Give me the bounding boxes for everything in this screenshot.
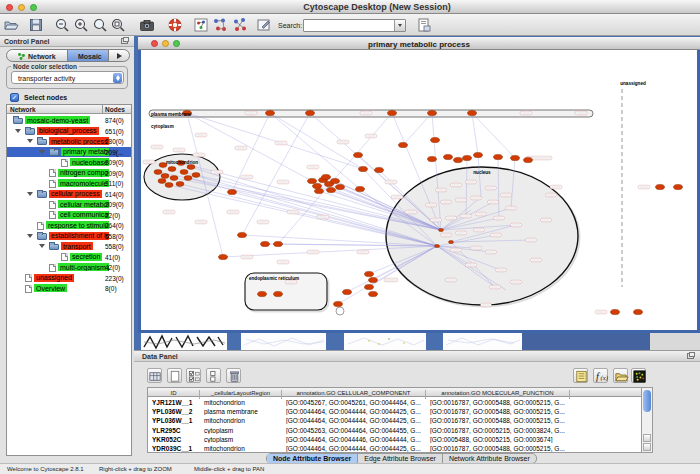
node[interactable] [306, 110, 315, 115]
table-row[interactable]: YDR039C__1mitochondrion[GO:0044464, GO:0… [148, 444, 642, 453]
node[interactable] [274, 241, 283, 246]
expand-arrow-icon[interactable] [15, 129, 21, 133]
node[interactable] [454, 157, 463, 162]
search-dropdown-icon[interactable] [394, 20, 405, 31]
snapshot-icon[interactable] [139, 17, 155, 33]
node[interactable] [327, 187, 336, 192]
save-icon[interactable] [28, 17, 44, 33]
tree-item-metabolic-process[interactable]: metabolic process280(0) [7, 136, 131, 147]
expand-arrow-icon[interactable] [27, 139, 33, 143]
node[interactable] [258, 291, 267, 296]
table-row[interactable]: YKR052Ccytoplasm[GO:0044464, GO:0044446,… [148, 435, 642, 444]
table-row[interactable]: YJR121W__1mitochondrion[GO:0045267, GO:0… [148, 398, 642, 407]
node[interactable] [161, 174, 169, 179]
node[interactable] [494, 154, 503, 159]
node[interactable] [334, 301, 343, 306]
float-panel-icon[interactable] [687, 353, 694, 359]
node[interactable] [165, 183, 173, 188]
select-attributes-icon[interactable] [186, 368, 201, 383]
table-row[interactable]: YPL036W__1mitochondrion[GO:0044464, GO:0… [148, 416, 642, 425]
node[interactable] [180, 170, 188, 175]
scroll-up-icon[interactable] [643, 434, 651, 442]
help-icon[interactable] [167, 17, 183, 33]
node[interactable] [154, 170, 162, 175]
expand-arrow-icon[interactable] [27, 192, 33, 196]
node[interactable] [634, 309, 643, 314]
node[interactable] [322, 174, 331, 179]
tree-item-cell-communicat[interactable]: cell communicat22(0) [7, 210, 131, 221]
table-scrollbar[interactable] [641, 388, 652, 452]
node[interactable] [428, 110, 437, 115]
select-nodes-checkbox[interactable]: ✓ [10, 93, 19, 102]
tree-item-secretion[interactable]: secretion41(0) [7, 252, 131, 263]
tree-item-nucleobase-[interactable]: nucleobase-209(0) [7, 157, 131, 168]
node[interactable] [331, 178, 340, 183]
node[interactable] [261, 241, 270, 246]
tree-item-transport[interactable]: transport558(0) [7, 241, 131, 252]
tree-item-overview[interactable]: Overview8(0) [7, 283, 131, 294]
layout-two-icon[interactable] [232, 17, 248, 33]
save-search-icon[interactable] [416, 17, 432, 33]
node[interactable] [656, 184, 665, 189]
tree-item-cellular-metabol[interactable]: cellular metabol209(0) [7, 199, 131, 210]
tab-mosaic[interactable]: Mosaic [67, 50, 109, 61]
tree-item-primary-metabol[interactable]: primary metabol209(... [7, 147, 131, 158]
node[interactable] [524, 157, 533, 162]
float-panel-icon[interactable] [121, 38, 128, 44]
tab-network[interactable]: Network [28, 53, 56, 60]
node[interactable] [266, 110, 275, 115]
tab-node-attribute-browser[interactable]: Node Attribute Browser [267, 454, 358, 463]
tree-item-multi-organism-pro[interactable]: multi-organism pro42(0) [7, 262, 131, 273]
node[interactable] [611, 309, 620, 314]
layout-one-icon[interactable] [212, 17, 228, 33]
tree-item-establishment-of-lo[interactable]: establishment of lo558(0) [7, 231, 131, 242]
scroll-down-icon[interactable] [643, 443, 651, 451]
node[interactable] [274, 291, 283, 296]
node[interactable] [444, 154, 453, 159]
expand-arrow-icon[interactable] [39, 244, 45, 248]
node[interactable] [468, 110, 477, 115]
maximize-button[interactable] [30, 4, 37, 11]
node[interactable] [356, 186, 365, 191]
node[interactable] [375, 167, 384, 172]
node[interactable] [158, 179, 166, 184]
node[interactable] [228, 189, 237, 194]
tab-network-attribute-browser[interactable]: Network Attribute Browser [443, 454, 536, 463]
node[interactable] [365, 284, 374, 289]
annotation-icon[interactable] [256, 17, 272, 33]
node[interactable] [369, 291, 378, 296]
open-file-icon[interactable] [3, 17, 19, 33]
node[interactable] [449, 240, 454, 243]
node-color-dropdown[interactable]: transporter activity [11, 71, 124, 84]
node[interactable] [176, 182, 184, 187]
open-attributes-icon[interactable] [613, 368, 628, 383]
tree-item-biological-process[interactable]: biological_process651(0) [7, 126, 131, 137]
node[interactable] [511, 155, 520, 160]
network-canvas[interactable]: plasma membranecytoplasmmitochondrionnuc… [141, 50, 697, 330]
tab-overflow-arrow-icon[interactable] [117, 53, 122, 59]
node[interactable] [315, 188, 324, 193]
node[interactable] [308, 178, 317, 183]
new-attribute-icon[interactable] [167, 368, 182, 383]
node[interactable] [354, 152, 363, 157]
table-row[interactable]: YLR295Ccytoplasm[GO:0045263, GO:0044464,… [148, 426, 642, 435]
matrix-icon[interactable] [631, 368, 646, 383]
node[interactable] [184, 176, 192, 181]
node[interactable] [463, 155, 472, 160]
tree-item-macromolecule[interactable]: macromolecule311(0) [7, 178, 131, 189]
minimize-button[interactable] [18, 4, 25, 11]
node[interactable] [192, 173, 200, 178]
tree-item-response-to-stimulu[interactable]: response to stimulu264(0) [7, 220, 131, 231]
network-view-icon[interactable] [193, 17, 209, 33]
import-table-icon[interactable] [147, 368, 162, 383]
attribute-editor-icon[interactable] [573, 368, 588, 383]
zoom-out-icon[interactable] [54, 17, 70, 33]
scrollbar-thumb[interactable] [643, 390, 651, 412]
expand-arrow-icon[interactable] [39, 150, 45, 154]
node[interactable] [187, 165, 195, 170]
tree-item-unassigned[interactable]: unassigned223(0) [7, 273, 131, 284]
node[interactable] [431, 137, 440, 142]
window-maximize-button[interactable] [173, 40, 180, 47]
node[interactable] [343, 289, 352, 294]
tab-edge-attribute-browser[interactable]: Edge Attribute Browser [358, 454, 443, 463]
